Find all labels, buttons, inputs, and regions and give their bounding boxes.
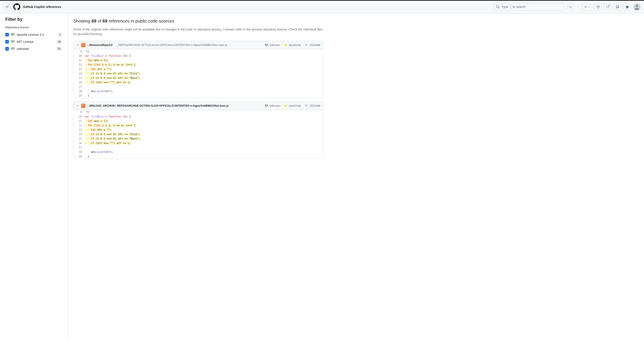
- license-icon: [265, 44, 268, 47]
- line-number: 18: [74, 150, 84, 154]
- branch-label: 252eddd: [310, 44, 320, 47]
- repo-name[interactable]: ...WNLOAD_ARCHIVE/_REPOS/ARCHIVE-OCT/DS-…: [87, 104, 229, 107]
- line-number: 13: [74, 67, 84, 71]
- filter-sidebar: Filter by Repository license Apache Lice…: [0, 13, 68, 340]
- code-line: 18 ans.push(str);: [74, 150, 323, 154]
- line-number: 19: [74, 93, 84, 98]
- code-line: 9 */: [74, 110, 323, 114]
- license-label: unknown: [270, 104, 280, 107]
- license-icon: [11, 33, 14, 37]
- line-number: 16: [74, 141, 84, 145]
- checkbox-icon[interactable]: [5, 47, 9, 51]
- pull-requests-button[interactable]: [604, 3, 611, 10]
- line-number: 19: [74, 154, 84, 159]
- filter-count: 51: [56, 47, 62, 51]
- line-number: 10: [74, 54, 84, 58]
- global-header: GitHub Copilot references Type / to sear…: [0, 1, 644, 13]
- line-number: 18: [74, 89, 84, 93]
- code-line: 9 */: [74, 49, 323, 54]
- line-number: 14: [74, 71, 84, 76]
- line-number: 13: [74, 128, 84, 132]
- issues-button[interactable]: [594, 3, 602, 10]
- git-branch-icon: [305, 44, 308, 47]
- line-number: 12: [74, 63, 84, 67]
- code-line: 14 if (i % 3 === 0) str += "Fizz";: [74, 71, 323, 76]
- search-input[interactable]: Type / to search: [494, 3, 564, 10]
- filter-count: 16: [56, 40, 62, 44]
- checkbox-icon[interactable]: [5, 40, 9, 44]
- line-number: 15: [74, 137, 84, 141]
- plus-icon: [584, 5, 587, 9]
- license-label: unknown: [270, 44, 280, 47]
- code-line: 13 let str = "";: [74, 128, 323, 132]
- svg-point-1: [636, 5, 638, 7]
- line-number: 17: [74, 85, 84, 89]
- results-heading: Showing 69 of 69 references in public co…: [73, 19, 323, 24]
- filter-item-0[interactable]: Apache License 2.0 2: [5, 31, 62, 38]
- copilot-button[interactable]: [624, 3, 631, 10]
- results-description: Some of the original code references mig…: [73, 27, 323, 37]
- line-number: 11: [74, 58, 84, 63]
- filter-item-1[interactable]: MIT License 16: [5, 38, 62, 45]
- create-new-button[interactable]: [582, 3, 592, 10]
- command-palette-button[interactable]: [567, 3, 574, 10]
- code-line: 17: [74, 145, 323, 150]
- filter-item-2[interactable]: unknown 51: [5, 45, 62, 52]
- inbox-button[interactable]: [614, 3, 621, 10]
- hamburger-menu-button[interactable]: [4, 3, 10, 10]
- repo-name[interactable]: ...lResourceRepo3.0: [87, 44, 112, 47]
- repo-avatar: [81, 104, 86, 108]
- filter-label: unknown: [17, 47, 54, 51]
- page-title: GitHub Copilot references: [23, 5, 61, 9]
- language-label: JavaScript: [288, 44, 301, 47]
- filter-count: 2: [57, 33, 62, 37]
- result-header[interactable]: ...lResourceRepo3.0 · _REPOS/ARCHIVE-OCT…: [74, 41, 323, 49]
- chevron-down-icon[interactable]: [76, 104, 79, 107]
- code-line: 18 ans.push(str);: [74, 89, 323, 93]
- chevron-down-icon[interactable]: [76, 44, 79, 47]
- caret-down-icon: [588, 6, 590, 8]
- repo-avatar: [81, 43, 86, 47]
- code-line: 15 if (i % 5 === 0) str += "Buzz";: [74, 137, 323, 141]
- branch-label: 252eddd: [310, 104, 320, 107]
- sidebar-heading: Filter by: [5, 17, 62, 22]
- code-line: 19 }: [74, 93, 323, 98]
- search-icon: [496, 5, 500, 9]
- code-line: 14 if (i % 3 === 0) str += "Fizz";: [74, 132, 323, 137]
- line-number: 9: [74, 110, 84, 114]
- github-logo[interactable]: [13, 3, 20, 10]
- filter-label: MIT License: [17, 40, 54, 44]
- notification-dot-icon: [608, 5, 610, 6]
- filter-label: Apache License 2.0: [17, 33, 55, 37]
- line-number: 14: [74, 132, 84, 137]
- code-line: 19 }: [74, 154, 323, 159]
- license-icon: [11, 47, 14, 51]
- code-line: 12 for (let i = 1; i <= n; i++) {: [74, 123, 323, 128]
- filter-section-label: Repository license: [5, 26, 62, 29]
- line-number: 16: [74, 80, 84, 85]
- code-line: 10var fizzBuzz = function (n) {: [74, 54, 323, 58]
- code-line: 10var fizzBuzz = function (n) {: [74, 114, 323, 119]
- checkbox-icon[interactable]: [5, 33, 9, 37]
- code-line: 17: [74, 85, 323, 89]
- code-line: 13 let str = "";: [74, 67, 323, 71]
- git-branch-icon: [305, 104, 308, 107]
- license-icon: [11, 40, 14, 44]
- line-number: 10: [74, 114, 84, 119]
- result-header[interactable]: ...WNLOAD_ARCHIVE/_REPOS/ARCHIVE-OCT/DS-…: [74, 102, 323, 110]
- language-dot-icon: [284, 44, 287, 46]
- line-number: 12: [74, 123, 84, 128]
- line-number: 9: [74, 49, 84, 54]
- slash-key-icon: /: [509, 5, 512, 9]
- result-card: ...WNLOAD_ARCHIVE/_REPOS/ARCHIVE-OCT/DS-…: [73, 102, 323, 159]
- code-line: 11 let ans = [];: [74, 58, 323, 63]
- line-number: 17: [74, 145, 84, 150]
- code-line: 11 let ans = [];: [74, 119, 323, 123]
- code-snippet: 9 */10var fizzBuzz = function (n) {11 le…: [74, 49, 323, 98]
- line-number: 11: [74, 119, 84, 123]
- file-path: _REPOS/ARCHIVE-OCT/DS-ALGO-OFFICIAL/CONT…: [117, 44, 227, 47]
- language-label: JavaScript: [288, 104, 301, 107]
- code-line: 12 for (let i = 1; i <= n; i++) {: [74, 63, 323, 67]
- line-number: 15: [74, 76, 84, 80]
- user-avatar[interactable]: [634, 3, 640, 10]
